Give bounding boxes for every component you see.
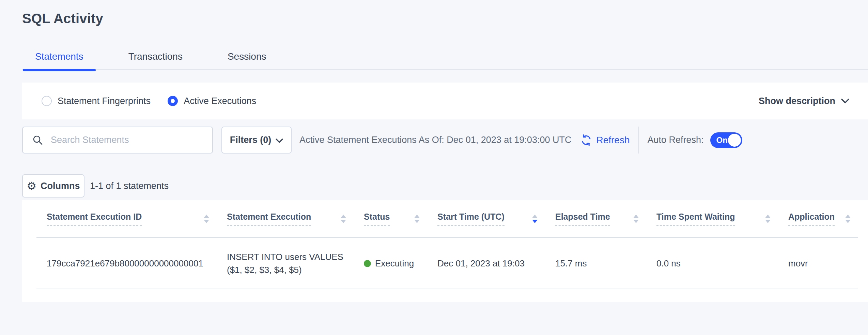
toggle-state-label: On (716, 135, 728, 145)
tab-statements[interactable]: Statements (22, 44, 96, 70)
table-row: 179cca7921e679b80000000000000001 INSERT … (36, 238, 858, 289)
status-executing-icon (364, 260, 371, 267)
sort-icon[interactable] (341, 215, 346, 223)
sort-icon[interactable] (845, 215, 851, 223)
sort-icon-active-desc[interactable] (532, 215, 538, 223)
show-description-label: Show description (759, 96, 835, 106)
radio-active-executions[interactable]: Active Executions (168, 96, 256, 106)
header-status[interactable]: Status (354, 200, 427, 238)
page-title: SQL Activity (22, 0, 868, 26)
sort-icon[interactable] (414, 215, 420, 223)
show-description-toggle[interactable]: Show description (759, 96, 850, 106)
cell-application: movr (778, 238, 858, 289)
cell-status: Executing (354, 238, 427, 289)
cell-statement-execution[interactable]: INSERT INTO users VALUES ($1, $2, $3, $4… (217, 238, 354, 289)
chevron-down-icon (841, 98, 850, 104)
header-application[interactable]: Application (778, 200, 858, 238)
table-controls: ⚙ Columns 1-1 of 1 statements (22, 174, 868, 198)
sort-icon[interactable] (204, 215, 209, 223)
status-label: Executing (375, 258, 414, 269)
filters-label: Filters (0) (230, 135, 272, 145)
gear-icon: ⚙ (27, 180, 36, 191)
tab-bar: Statements Transactions Sessions (22, 44, 868, 70)
cell-elapsed-time: 15.7 ms (545, 238, 646, 289)
refresh-button[interactable]: Refresh (580, 127, 630, 154)
columns-label: Columns (41, 181, 80, 191)
radio-selected-icon[interactable] (168, 96, 178, 106)
toggle-knob[interactable] (728, 134, 741, 147)
radio-label: Active Executions (184, 96, 256, 106)
as-of-timestamp: Active Statement Executions As Of: Dec 0… (299, 135, 571, 145)
search-input[interactable] (51, 135, 201, 145)
statements-table: Statement Execution ID Statement Executi… (36, 200, 858, 289)
filters-button[interactable]: Filters (0) (221, 127, 292, 154)
results-count: 1-1 of 1 statements (90, 181, 169, 191)
auto-refresh-toggle[interactable]: On (710, 132, 742, 148)
header-start-time[interactable]: Start Time (UTC) (427, 200, 545, 238)
tab-transactions[interactable]: Transactions (115, 44, 196, 70)
radio-unselected-icon[interactable] (42, 96, 52, 106)
radio-label: Statement Fingerprints (58, 96, 151, 106)
columns-button[interactable]: ⚙ Columns (22, 174, 84, 198)
sort-icon[interactable] (633, 215, 639, 223)
statements-table-panel: Statement Execution ID Statement Executi… (22, 200, 868, 302)
view-mode-panel: Statement Fingerprints Active Executions… (22, 83, 868, 119)
sql-activity-page: SQL Activity Statements Transactions Ses… (22, 0, 868, 302)
cell-execution-id: 179cca7921e679b80000000000000001 (36, 238, 217, 289)
search-icon (32, 135, 43, 146)
header-statement-execution[interactable]: Statement Execution (217, 200, 354, 238)
chevron-down-icon (276, 138, 283, 143)
refresh-label: Refresh (596, 135, 630, 146)
table-header-row: Statement Execution ID Statement Executi… (36, 200, 858, 238)
tab-sessions[interactable]: Sessions (215, 44, 279, 70)
header-statement-execution-id[interactable]: Statement Execution ID (36, 200, 217, 238)
sort-icon[interactable] (765, 215, 771, 223)
cell-time-spent-waiting: 0.0 ns (646, 238, 778, 289)
cell-start-time: Dec 01, 2023 at 19:03 (427, 238, 545, 289)
search-box[interactable] (22, 127, 213, 154)
toolbar: Filters (0) Active Statement Executions … (22, 127, 868, 154)
header-time-spent-waiting[interactable]: Time Spent Waiting (646, 200, 778, 238)
auto-refresh-label: Auto Refresh: (647, 135, 703, 145)
radio-statement-fingerprints[interactable]: Statement Fingerprints (42, 96, 151, 106)
refresh-icon (580, 134, 592, 146)
statement-link[interactable]: INSERT INTO users VALUES ($1, $2, $3, $4… (227, 250, 354, 276)
header-elapsed-time[interactable]: Elapsed Time (545, 200, 646, 238)
toolbar-divider (638, 127, 639, 154)
